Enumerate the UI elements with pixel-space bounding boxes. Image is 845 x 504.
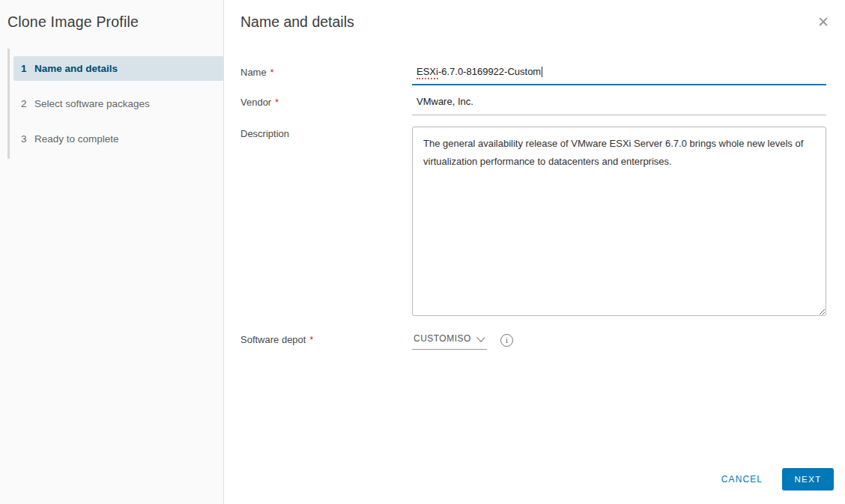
wizard-steps: 1 Name and details 2 Select software pac… — [7, 49, 223, 159]
step-number: 2 — [21, 98, 34, 109]
vendor-value: VMware, Inc. — [417, 96, 473, 107]
info-icon[interactable]: i — [500, 334, 513, 347]
close-icon[interactable]: ✕ — [813, 12, 834, 32]
name-value: ESXi-6.7.0-8169922-Custom — [417, 66, 541, 77]
step-label: Select software packages — [34, 98, 150, 109]
description-field-row: Description The general availability rel… — [240, 127, 826, 319]
wizard-content-panel: Name and details ✕ Name* ESXi-6.7.0-8169… — [224, 0, 845, 504]
step-ready-to-complete[interactable]: 3 Ready to complete — [13, 127, 224, 151]
step-number: 3 — [21, 133, 34, 145]
chevron-down-icon — [476, 333, 485, 341]
wizard-footer: CANCEL NEXT — [718, 468, 834, 491]
vendor-input[interactable]: VMware, Inc. — [412, 95, 826, 115]
panel-header: Name and details ✕ — [224, 0, 845, 32]
name-field-row: Name* ESXi-6.7.0-8169922-Custom — [240, 65, 826, 85]
step-label: Name and details — [34, 63, 118, 74]
text-caret — [542, 67, 542, 77]
step-select-software-packages[interactable]: 2 Select software packages — [13, 91, 224, 116]
steps-progress-bar — [7, 49, 10, 159]
dialog-title: Clone Image Profile — [7, 13, 223, 31]
software-depot-field-row: Software depot* CUSTOMISO i — [240, 333, 826, 350]
vendor-label: Vendor* — [240, 95, 412, 108]
name-input[interactable]: ESXi-6.7.0-8169922-Custom — [412, 65, 826, 85]
vendor-field-row: Vendor* VMware, Inc. — [240, 95, 826, 115]
clone-image-profile-dialog: Clone Image Profile 1 Name and details 2… — [0, 0, 845, 504]
page-title: Name and details — [240, 13, 354, 31]
description-textarea[interactable]: The general availability release of VMwa… — [412, 127, 826, 316]
required-asterisk: * — [270, 67, 274, 78]
description-label: Description — [240, 127, 412, 139]
step-number: 1 — [21, 63, 34, 74]
wizard-sidebar: Clone Image Profile 1 Name and details 2… — [0, 0, 224, 504]
name-details-form: Name* ESXi-6.7.0-8169922-Custom Vendor* … — [240, 65, 826, 350]
next-button[interactable]: NEXT — [782, 468, 834, 491]
required-asterisk: * — [275, 97, 279, 108]
cancel-button[interactable]: CANCEL — [718, 470, 766, 489]
step-name-and-details[interactable]: 1 Name and details — [13, 56, 224, 81]
spellcheck-squiggle — [417, 78, 438, 79]
software-depot-dropdown[interactable]: CUSTOMISO — [412, 333, 487, 350]
software-depot-value: CUSTOMISO — [414, 333, 471, 344]
step-label: Ready to complete — [34, 133, 119, 145]
name-label: Name* — [240, 65, 412, 78]
software-depot-label: Software depot* — [240, 333, 412, 345]
required-asterisk: * — [309, 335, 313, 345]
